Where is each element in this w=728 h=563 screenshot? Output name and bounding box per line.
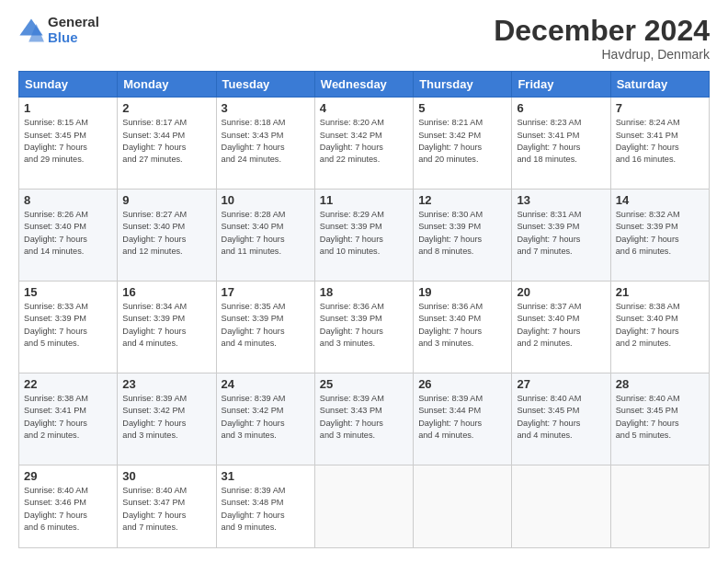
day-number: 31: [222, 469, 310, 483]
cell-details: Sunrise: 8:31 AMSunset: 3:39 PMDaylight:…: [517, 209, 605, 258]
title-area: December 2024 Havdrup, Denmark: [494, 15, 710, 62]
calendar-cell: 11Sunrise: 8:29 AMSunset: 3:39 PMDayligh…: [314, 190, 413, 282]
calendar-cell: [414, 465, 512, 547]
location: Havdrup, Denmark: [494, 47, 710, 62]
cell-details: Sunrise: 8:17 AMSunset: 3:44 PMDaylight:…: [122, 117, 210, 166]
col-header-sunday: Sunday: [19, 72, 118, 98]
cell-details: Sunrise: 8:39 AMSunset: 3:42 PMDaylight:…: [122, 393, 210, 442]
header: General Blue December 2024 Havdrup, Denm…: [18, 15, 710, 62]
calendar-cell: 22Sunrise: 8:38 AMSunset: 3:41 PMDayligh…: [19, 373, 118, 465]
calendar-cell: 3Sunrise: 8:18 AMSunset: 3:43 PMDaylight…: [216, 98, 314, 190]
col-header-saturday: Saturday: [610, 72, 709, 98]
day-number: 14: [616, 193, 704, 207]
cell-details: Sunrise: 8:39 AMSunset: 3:43 PMDaylight:…: [320, 393, 408, 442]
cell-details: Sunrise: 8:37 AMSunset: 3:40 PMDaylight:…: [517, 301, 605, 350]
cell-details: Sunrise: 8:28 AMSunset: 3:40 PMDaylight:…: [222, 209, 310, 258]
day-number: 20: [517, 285, 605, 299]
calendar-cell: 18Sunrise: 8:36 AMSunset: 3:39 PMDayligh…: [314, 282, 413, 373]
calendar-cell: 15Sunrise: 8:33 AMSunset: 3:39 PMDayligh…: [19, 282, 118, 373]
day-number: 16: [122, 285, 210, 299]
week-row: 1Sunrise: 8:15 AMSunset: 3:45 PMDaylight…: [19, 98, 710, 190]
day-number: 17: [222, 285, 310, 299]
calendar-cell: [512, 465, 610, 547]
cell-details: Sunrise: 8:33 AMSunset: 3:39 PMDaylight:…: [24, 301, 112, 350]
cell-details: Sunrise: 8:15 AMSunset: 3:45 PMDaylight:…: [24, 117, 112, 166]
day-number: 10: [222, 193, 310, 207]
calendar-cell: 12Sunrise: 8:30 AMSunset: 3:39 PMDayligh…: [414, 190, 512, 282]
calendar-cell: 16Sunrise: 8:34 AMSunset: 3:39 PMDayligh…: [118, 282, 216, 373]
calendar-cell: 24Sunrise: 8:39 AMSunset: 3:42 PMDayligh…: [216, 373, 314, 465]
col-header-thursday: Thursday: [414, 72, 512, 98]
cell-details: Sunrise: 8:26 AMSunset: 3:40 PMDaylight:…: [24, 209, 112, 258]
calendar-cell: 27Sunrise: 8:40 AMSunset: 3:45 PMDayligh…: [512, 373, 610, 465]
cell-details: Sunrise: 8:30 AMSunset: 3:39 PMDaylight:…: [418, 209, 506, 258]
day-number: 30: [122, 469, 210, 483]
cell-details: Sunrise: 8:40 AMSunset: 3:45 PMDaylight:…: [616, 393, 704, 442]
logo-general: General: [48, 15, 99, 30]
calendar-cell: 31Sunrise: 8:39 AMSunset: 3:48 PMDayligh…: [216, 465, 314, 547]
calendar-cell: 28Sunrise: 8:40 AMSunset: 3:45 PMDayligh…: [610, 373, 709, 465]
day-number: 15: [24, 285, 112, 299]
calendar-cell: 8Sunrise: 8:26 AMSunset: 3:40 PMDaylight…: [19, 190, 118, 282]
calendar-cell: 14Sunrise: 8:32 AMSunset: 3:39 PMDayligh…: [610, 190, 709, 282]
calendar-cell: 13Sunrise: 8:31 AMSunset: 3:39 PMDayligh…: [512, 190, 610, 282]
cell-details: Sunrise: 8:18 AMSunset: 3:43 PMDaylight:…: [222, 117, 310, 166]
calendar-cell: 26Sunrise: 8:39 AMSunset: 3:44 PMDayligh…: [414, 373, 512, 465]
logo-text: General Blue: [48, 15, 99, 45]
cell-details: Sunrise: 8:40 AMSunset: 3:46 PMDaylight:…: [24, 485, 112, 534]
day-number: 26: [418, 377, 506, 391]
day-number: 18: [320, 285, 408, 299]
col-header-wednesday: Wednesday: [314, 72, 413, 98]
cell-details: Sunrise: 8:29 AMSunset: 3:39 PMDaylight:…: [320, 209, 408, 258]
cell-details: Sunrise: 8:24 AMSunset: 3:41 PMDaylight:…: [616, 117, 704, 166]
cell-details: Sunrise: 8:39 AMSunset: 3:48 PMDaylight:…: [222, 485, 310, 534]
cell-details: Sunrise: 8:40 AMSunset: 3:47 PMDaylight:…: [122, 485, 210, 534]
calendar-cell: 9Sunrise: 8:27 AMSunset: 3:40 PMDaylight…: [118, 190, 216, 282]
day-number: 2: [122, 101, 210, 115]
cell-details: Sunrise: 8:23 AMSunset: 3:41 PMDaylight:…: [517, 117, 605, 166]
week-row: 15Sunrise: 8:33 AMSunset: 3:39 PMDayligh…: [19, 282, 710, 373]
calendar-cell: 5Sunrise: 8:21 AMSunset: 3:42 PMDaylight…: [414, 98, 512, 190]
calendar-cell: 23Sunrise: 8:39 AMSunset: 3:42 PMDayligh…: [118, 373, 216, 465]
logo-blue: Blue: [48, 30, 99, 46]
calendar-cell: 1Sunrise: 8:15 AMSunset: 3:45 PMDaylight…: [19, 98, 118, 190]
cell-details: Sunrise: 8:21 AMSunset: 3:42 PMDaylight:…: [418, 117, 506, 166]
day-number: 12: [418, 193, 506, 207]
cell-details: Sunrise: 8:27 AMSunset: 3:40 PMDaylight:…: [122, 209, 210, 258]
calendar-cell: 20Sunrise: 8:37 AMSunset: 3:40 PMDayligh…: [512, 282, 610, 373]
calendar-cell: 25Sunrise: 8:39 AMSunset: 3:43 PMDayligh…: [314, 373, 413, 465]
calendar-cell: 4Sunrise: 8:20 AMSunset: 3:42 PMDaylight…: [314, 98, 413, 190]
calendar-cell: 29Sunrise: 8:40 AMSunset: 3:46 PMDayligh…: [19, 465, 118, 547]
col-header-monday: Monday: [118, 72, 216, 98]
cell-details: Sunrise: 8:34 AMSunset: 3:39 PMDaylight:…: [122, 301, 210, 350]
page: General Blue December 2024 Havdrup, Denm…: [0, 0, 728, 563]
cell-details: Sunrise: 8:40 AMSunset: 3:45 PMDaylight:…: [517, 393, 605, 442]
day-number: 8: [24, 193, 112, 207]
week-row: 22Sunrise: 8:38 AMSunset: 3:41 PMDayligh…: [19, 373, 710, 465]
logo-icon: [18, 17, 44, 43]
day-number: 22: [24, 377, 112, 391]
calendar-cell: [314, 465, 413, 547]
cell-details: Sunrise: 8:32 AMSunset: 3:39 PMDaylight:…: [616, 209, 704, 258]
day-number: 19: [418, 285, 506, 299]
calendar-cell: [610, 465, 709, 547]
day-number: 4: [320, 101, 408, 115]
day-number: 1: [24, 101, 112, 115]
calendar-cell: 2Sunrise: 8:17 AMSunset: 3:44 PMDaylight…: [118, 98, 216, 190]
logo: General Blue: [18, 15, 99, 45]
col-header-friday: Friday: [512, 72, 610, 98]
calendar-cell: 19Sunrise: 8:36 AMSunset: 3:40 PMDayligh…: [414, 282, 512, 373]
day-number: 3: [222, 101, 310, 115]
calendar-cell: 30Sunrise: 8:40 AMSunset: 3:47 PMDayligh…: [118, 465, 216, 547]
month-title: December 2024: [494, 15, 710, 47]
cell-details: Sunrise: 8:39 AMSunset: 3:44 PMDaylight:…: [418, 393, 506, 442]
day-number: 7: [616, 101, 704, 115]
cell-details: Sunrise: 8:35 AMSunset: 3:39 PMDaylight:…: [222, 301, 310, 350]
day-number: 9: [122, 193, 210, 207]
calendar-cell: 7Sunrise: 8:24 AMSunset: 3:41 PMDaylight…: [610, 98, 709, 190]
col-header-tuesday: Tuesday: [216, 72, 314, 98]
day-number: 25: [320, 377, 408, 391]
day-number: 28: [616, 377, 704, 391]
cell-details: Sunrise: 8:36 AMSunset: 3:40 PMDaylight:…: [418, 301, 506, 350]
calendar-cell: 6Sunrise: 8:23 AMSunset: 3:41 PMDaylight…: [512, 98, 610, 190]
